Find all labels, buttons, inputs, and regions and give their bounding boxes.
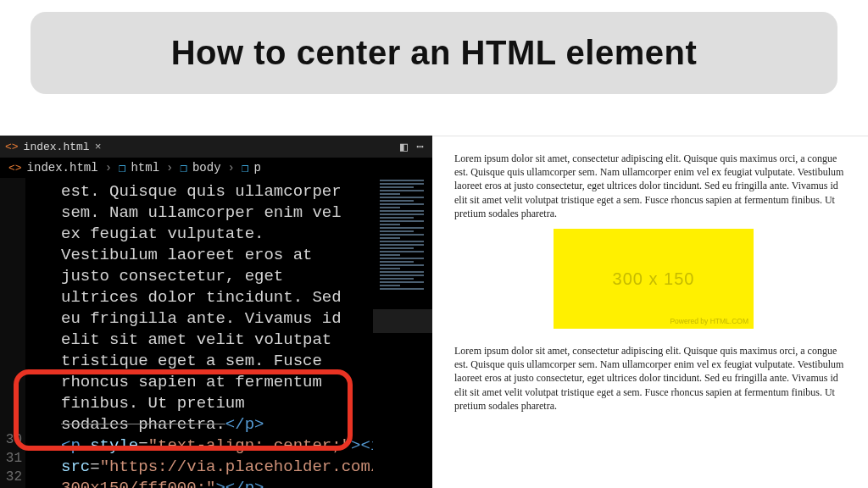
- code-paragraph: est. Quisque quis ullamcorper sem. Nam u…: [61, 181, 366, 414]
- code-paragraph-tail: sodales pharetra.: [61, 415, 225, 434]
- placeholder-byline: Powered by HTML.COM: [670, 317, 748, 325]
- line-number: 30: [0, 430, 25, 449]
- split-editor-icon[interactable]: ◧: [400, 139, 408, 155]
- editor-tabbar: <> index.html × ◧ ⋯: [0, 136, 432, 158]
- line-gutter: 30 31 32: [0, 178, 25, 488]
- code-token: >: [215, 479, 225, 488]
- page-title: How to center an HTML element: [47, 34, 821, 72]
- chevron-right-icon: ›: [228, 161, 235, 175]
- cube-icon: ❒: [119, 161, 125, 175]
- code-editor: <> index.html × ◧ ⋯ <>index.html › ❒html…: [0, 136, 432, 488]
- tab-actions: ◧ ⋯: [400, 139, 432, 155]
- code-close-p: </p>: [225, 415, 264, 434]
- code-token: style: [90, 436, 138, 455]
- preview-paragraph: Lorem ipsum dolor sit amet, consectetur …: [454, 344, 853, 413]
- code-token: src: [61, 458, 90, 476]
- preview-paragraph: Lorem ipsum dolor sit amet, consectetur …: [454, 152, 853, 220]
- chevron-right-icon: ›: [166, 161, 173, 175]
- close-icon[interactable]: ×: [95, 141, 102, 153]
- line-number: 31: [0, 449, 25, 468]
- code-token: <p: [61, 436, 90, 455]
- crumb-html: html: [131, 161, 159, 175]
- browser-preview: Lorem ipsum dolor sit amet, consectetur …: [432, 136, 868, 488]
- tab-filename: index.html: [24, 141, 90, 153]
- placeholder-image: 300 x 150 Powered by HTML.COM: [554, 229, 754, 329]
- panes: <> index.html × ◧ ⋯ <>index.html › ❒html…: [0, 136, 868, 488]
- breadcrumb[interactable]: <>index.html › ❒html › ❒body › ❒p: [0, 158, 432, 178]
- more-icon[interactable]: ⋯: [416, 139, 424, 155]
- code-token: "https://via.placeholder.com/: [100, 458, 381, 476]
- code-token: =: [138, 436, 147, 455]
- minimap-viewport[interactable]: [373, 309, 432, 333]
- code-token: </p>: [225, 479, 264, 488]
- crumb-file: index.html: [27, 161, 98, 175]
- minimap[interactable]: [373, 178, 432, 488]
- chevron-right-icon: ›: [105, 161, 112, 175]
- code-area[interactable]: 30 31 32 est. Quisque quis ullamcorper s…: [0, 178, 432, 488]
- cube-icon: ❒: [242, 161, 248, 175]
- code-token: ><: [351, 436, 370, 455]
- code-token: "text-align: center;": [148, 436, 351, 455]
- editor-tab[interactable]: <> index.html ×: [5, 141, 101, 153]
- placeholder-wrap: 300 x 150 Powered by HTML.COM: [454, 229, 853, 332]
- code-token: =: [90, 458, 99, 476]
- file-icon: <>: [5, 141, 19, 153]
- crumb-body: body: [192, 161, 221, 175]
- code-token: 300x150/fff000;": [61, 479, 215, 488]
- cube-icon: ❒: [180, 161, 186, 175]
- placeholder-label: 300 x 150: [554, 269, 754, 289]
- crumb-p: p: [253, 161, 260, 175]
- line-number: 32: [0, 468, 25, 486]
- title-bar: How to center an HTML element: [31, 12, 837, 94]
- file-icon: <>: [8, 162, 22, 175]
- code-content[interactable]: est. Quisque quis ullamcorper sem. Nam u…: [25, 178, 432, 488]
